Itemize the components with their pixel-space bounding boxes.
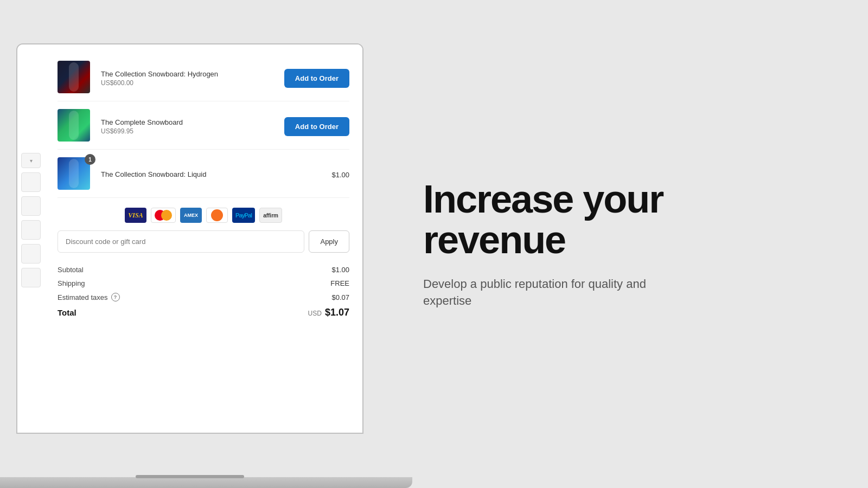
- product-image-complete: [58, 109, 92, 144]
- left-panel: ▾ The Collection Sn: [0, 0, 380, 488]
- add-to-order-complete[interactable]: Add to Order: [284, 117, 349, 136]
- sidebar-stub-5: [21, 268, 41, 287]
- subtotal-value: $1.00: [331, 266, 349, 274]
- product-name-liquid: The Collection Snowboard: Liquid: [101, 170, 331, 178]
- main-content: The Collection Snowboard: Hydrogen US$60…: [44, 44, 362, 433]
- product-row-complete: The Complete Snowboard US$699.95 Add to …: [58, 104, 349, 150]
- order-summary: Subtotal $1.00 Shipping FREE Estimated t…: [58, 264, 349, 318]
- chevron-down-icon: ▾: [30, 158, 33, 164]
- product-badge-liquid: 1: [85, 154, 95, 165]
- subtotal-row: Subtotal $1.00: [58, 266, 349, 274]
- snowboard-hydrogen-image: [58, 61, 90, 93]
- shipping-value: FREE: [330, 279, 349, 287]
- mastercard-icon: [151, 208, 176, 223]
- screen-content: ▾ The Collection Sn: [17, 44, 362, 433]
- discover-circle: [211, 209, 223, 221]
- product-name-hydrogen: The Collection Snowboard: Hydrogen: [101, 70, 276, 78]
- shipping-row: Shipping FREE: [58, 279, 349, 287]
- product-info-hydrogen: The Collection Snowboard: Hydrogen US$60…: [101, 70, 276, 87]
- visa-icon: VISA: [125, 208, 146, 223]
- discount-section: Apply: [58, 230, 349, 253]
- right-panel: Increase your revenue Develop a public r…: [380, 0, 868, 488]
- total-value-container: USD $1.07: [308, 307, 349, 318]
- product-row-hydrogen: The Collection Snowboard: Hydrogen US$60…: [58, 55, 349, 101]
- paypal-text: PayPal: [235, 212, 252, 219]
- hero-text: Increase your revenue Develop a public r…: [423, 179, 694, 310]
- sidebar-dropdown[interactable]: ▾: [21, 153, 41, 168]
- taxes-label-container: Estimated taxes ?: [58, 293, 120, 301]
- sidebar-stub-3: [21, 220, 41, 240]
- taxes-info-icon[interactable]: ?: [111, 293, 120, 301]
- shipping-label: Shipping: [58, 279, 85, 287]
- total-label: Total: [58, 308, 76, 317]
- product-price-right-liquid: $1.00: [331, 171, 349, 179]
- discover-icon: [206, 208, 228, 223]
- product-row-liquid: 1 The Collection Snowboard: Liquid $1.00: [58, 152, 349, 198]
- laptop-notch: [136, 475, 244, 478]
- product-image-hydrogen: [58, 61, 92, 95]
- sidebar-hints: ▾: [17, 153, 44, 287]
- taxes-label: Estimated taxes: [58, 293, 108, 301]
- taxes-value: $0.07: [331, 293, 349, 301]
- hero-subtext: Develop a public reputation for quality …: [423, 276, 694, 310]
- laptop-base: [0, 477, 412, 488]
- hero-headline: Increase your revenue: [423, 179, 694, 261]
- product-image-liquid: 1: [58, 157, 92, 192]
- affirm-icon: affirm: [259, 208, 282, 223]
- sidebar-stub-1: [21, 172, 41, 192]
- product-price-hydrogen: US$600.00: [101, 79, 276, 87]
- mc-orange-circle: [161, 210, 172, 221]
- apply-button[interactable]: Apply: [309, 230, 349, 253]
- total-value: $1.07: [325, 307, 349, 318]
- sidebar-stub-2: [21, 196, 41, 216]
- total-row: Total USD $1.07: [58, 307, 349, 318]
- product-info-liquid: The Collection Snowboard: Liquid: [101, 170, 331, 179]
- snowboard-complete-image: [58, 109, 90, 142]
- payment-icons: VISA AMEX PayPal affirm: [58, 200, 349, 230]
- paypal-icon: PayPal: [232, 208, 255, 223]
- taxes-row: Estimated taxes ? $0.07: [58, 293, 349, 301]
- laptop-screen: ▾ The Collection Sn: [16, 43, 363, 434]
- snowboard-shape-3: [69, 159, 79, 188]
- product-name-complete: The Complete Snowboard: [101, 118, 276, 126]
- subtotal-label: Subtotal: [58, 266, 84, 274]
- product-price-complete: US$699.95: [101, 127, 276, 135]
- add-to-order-hydrogen[interactable]: Add to Order: [284, 69, 349, 88]
- snowboard-shape: [69, 62, 79, 92]
- amex-icon: AMEX: [180, 208, 202, 223]
- sidebar-stub-4: [21, 244, 41, 264]
- snowboard-shape-2: [69, 111, 79, 140]
- total-currency: USD: [308, 310, 322, 317]
- discount-input[interactable]: [58, 230, 304, 253]
- product-info-complete: The Complete Snowboard US$699.95: [101, 118, 276, 135]
